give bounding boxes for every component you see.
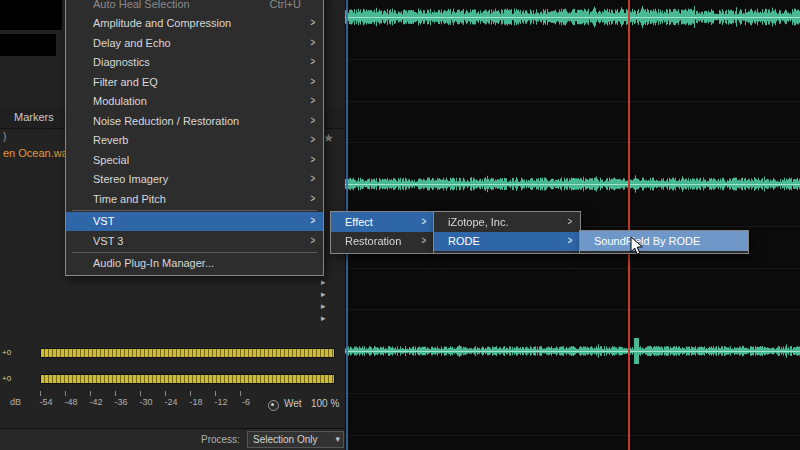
db-tick-label: -6 [242, 397, 250, 407]
level-meter-right [40, 374, 335, 384]
menu-separator [72, 210, 317, 211]
db-tick-label: -18 [189, 397, 202, 407]
db-tick-label: -48 [64, 397, 77, 407]
expand-chevron-icon[interactable]: ▸ [321, 278, 326, 287]
favorite-star-icon[interactable]: ★ [323, 132, 334, 144]
markers-tab-label: Markers [14, 111, 54, 123]
vst-submenu: Effect>Restoration> [330, 211, 435, 254]
menu-item-filter-and-eq[interactable]: Filter and EQ> [66, 72, 323, 92]
menu-item-amplitude-and-compression[interactable]: Amplitude and Compression> [66, 14, 323, 34]
menu-item-label: Stereo Imagery [93, 173, 301, 185]
submenu-arrow-icon: > [311, 96, 316, 107]
menu-item-rode[interactable]: RODE> [434, 232, 580, 252]
vst-effect-submenu: iZotope, Inc.>RODE> [433, 211, 581, 254]
meter-left-label: +0 [2, 348, 11, 357]
menu-item-effect[interactable]: Effect> [331, 212, 434, 232]
level-meter-left [40, 348, 335, 358]
playhead-line[interactable] [628, 0, 630, 450]
wet-value[interactable]: 100 % [311, 398, 339, 409]
menu-item-label: iZotope, Inc. [448, 216, 558, 228]
menu-item-label: Auto Heal Selection [93, 0, 252, 10]
expand-chevron-icon[interactable]: ▸ [321, 314, 326, 323]
submenu-arrow-icon: > [311, 57, 316, 68]
menu-item-label: Effect [345, 216, 412, 228]
menu-item-label: Restoration [345, 235, 412, 247]
menu-item-vst[interactable]: VST> [66, 212, 323, 232]
db-tick-label: -54 [39, 397, 52, 407]
menu-item-izotope-inc[interactable]: iZotope, Inc.> [434, 212, 580, 232]
menu-item-delay-and-echo[interactable]: Delay and Echo> [66, 33, 323, 53]
audition-app-window: Markers ) en Ocean.wav ★ ▸ ▸ ▸ ▸ +0 +0 d… [0, 0, 800, 450]
expand-chevron-icon[interactable]: ▸ [321, 302, 326, 311]
db-tick-label: -24 [164, 397, 177, 407]
submenu-arrow-icon: > [311, 18, 316, 29]
menu-item-label: Modulation [93, 95, 301, 107]
menu-item-time-and-pitch[interactable]: Time and Pitch> [66, 189, 323, 209]
submenu-arrow-icon: > [311, 235, 316, 246]
menu-item-stereo-imagery[interactable]: Stereo Imagery> [66, 170, 323, 190]
db-tick-label: -30 [139, 397, 152, 407]
window-fragment [0, 0, 62, 30]
submenu-arrow-icon: > [568, 236, 573, 247]
mouse-cursor [630, 236, 644, 260]
wet-radio-button[interactable] [268, 400, 279, 411]
menu-item-label: Filter and EQ [93, 76, 301, 88]
menu-item-label: VST 3 [93, 235, 301, 247]
menu-item-diagnostics[interactable]: Diagnostics> [66, 53, 323, 73]
expand-chevron-icon[interactable]: ▸ [321, 290, 326, 299]
menu-item-label: Amplitude and Compression [93, 17, 301, 29]
menu-item-special[interactable]: Special> [66, 150, 323, 170]
window-fragment [0, 34, 56, 56]
menu-item-label: Audio Plug-In Manager... [93, 257, 301, 269]
menu-item-label: SoundField By RODE [594, 235, 726, 247]
submenu-arrow-icon: > [311, 193, 316, 204]
menu-item-label: VST [93, 215, 301, 227]
menu-item-soundfield-by-rode[interactable]: SoundField By RODE [580, 231, 748, 251]
menu-item-label: Special [93, 154, 301, 166]
process-select-value: Selection Only [253, 434, 317, 445]
submenu-arrow-icon: > [311, 76, 316, 87]
menu-item-label: Noise Reduction / Restoration [93, 115, 301, 127]
menu-separator [72, 252, 317, 253]
submenu-arrow-icon: > [311, 154, 316, 165]
submenu-arrow-icon: > [568, 216, 573, 227]
submenu-arrow-icon: > [422, 236, 427, 247]
menu-item-label: Time and Pitch [93, 193, 301, 205]
submenu-arrow-icon: > [311, 216, 316, 227]
menu-item-label: Delay and Echo [93, 37, 301, 49]
submenu-arrow-icon: > [311, 135, 316, 146]
menu-item-label: Reverb [93, 134, 301, 146]
process-bar: Process: Selection Only ▾ [0, 428, 345, 450]
menu-item-modulation[interactable]: Modulation> [66, 92, 323, 112]
menu-item-audio-plug-in-manager[interactable]: Audio Plug-In Manager... [66, 254, 323, 274]
meter-right-label: +0 [2, 374, 11, 383]
file-name[interactable]: en Ocean.wav [3, 147, 73, 159]
menu-item-noise-reduction-restoration[interactable]: Noise Reduction / Restoration> [66, 111, 323, 131]
submenu-arrow-icon: > [422, 216, 427, 227]
menu-shortcut: Ctrl+U [270, 0, 301, 10]
wet-label: Wet [284, 398, 302, 409]
menu-item-vst-3[interactable]: VST 3> [66, 231, 323, 251]
menu-item-reverb[interactable]: Reverb> [66, 131, 323, 151]
menu-item-label: RODE [448, 235, 558, 247]
db-tick-label: -42 [89, 397, 102, 407]
process-label: Process: [201, 434, 240, 445]
list-item-fragment: ) [3, 131, 6, 142]
menu-item-auto-heal-selection[interactable]: Auto Heal SelectionCtrl+U [66, 0, 323, 14]
db-tick-label: -12 [214, 397, 227, 407]
chevron-down-icon: ▾ [335, 432, 340, 447]
db-tick-label: -36 [114, 397, 127, 407]
submenu-arrow-icon: > [311, 174, 316, 185]
process-select[interactable]: Selection Only ▾ [247, 431, 344, 448]
effects-menu: Auto Heal SelectionCtrl+UAmplitude and C… [65, 0, 324, 276]
submenu-arrow-icon: > [311, 115, 316, 126]
rode-submenu: SoundField By RODE [579, 230, 749, 254]
menu-item-restoration[interactable]: Restoration> [331, 232, 434, 252]
db-scale-ticks [40, 391, 265, 396]
db-unit-label: dB [10, 397, 21, 407]
submenu-arrow-icon: > [311, 37, 316, 48]
menu-item-label: Diagnostics [93, 56, 301, 68]
